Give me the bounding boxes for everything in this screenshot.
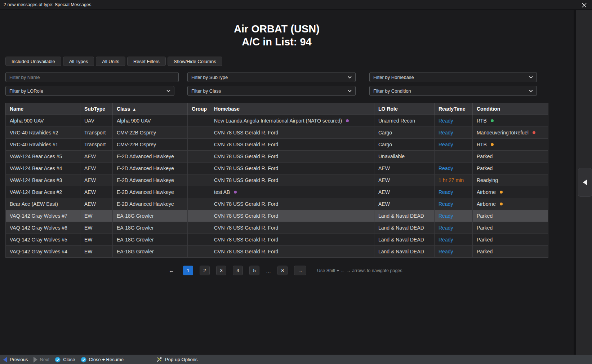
check-circle-icon bbox=[55, 357, 61, 363]
cell-ready-time: Ready bbox=[435, 127, 473, 139]
table-row[interactable]: VAQ-142 Gray Wolves #5EWEA-18G GrowlerCV… bbox=[6, 234, 548, 246]
page-button-1[interactable]: 1 bbox=[183, 266, 193, 275]
cell-ready-time: 1 hr 27 min bbox=[435, 174, 473, 186]
cell-name: VAW-124 Bear Aces #3 bbox=[6, 174, 80, 186]
filter-subtype-select[interactable]: Filter by SubType bbox=[187, 72, 356, 82]
filter-lorole-select[interactable]: Filter by LORole bbox=[5, 86, 174, 96]
table-row[interactable]: VAQ-142 Gray Wolves #7EWEA-18G GrowlerCV… bbox=[6, 210, 548, 222]
cell-name: VAQ-142 Gray Wolves #5 bbox=[6, 234, 80, 246]
table-row[interactable]: VAW-124 Bear Aces #4AEWE-2D Advanced Haw… bbox=[6, 163, 548, 174]
cell-ready-time: Ready bbox=[435, 222, 473, 234]
all-types-button[interactable]: All Types bbox=[63, 57, 94, 66]
page-button-5[interactable]: 5 bbox=[249, 266, 259, 275]
cell-subtype: Transport bbox=[80, 139, 113, 151]
table-row[interactable]: VAW-124 Bear Aces #2AEWE-2D Advanced Haw… bbox=[6, 186, 548, 198]
previous-button[interactable]: Previous bbox=[3, 357, 28, 363]
cell-class: E-2D Advanced Hawkeye bbox=[113, 151, 188, 163]
cell-class: E-2D Advanced Hawkeye bbox=[113, 198, 188, 210]
column-header-subtype[interactable]: SubType bbox=[80, 103, 113, 115]
table-row[interactable]: Alpha 900 UAVUAVAlpha 900 UAVNew Luanda … bbox=[6, 115, 548, 127]
cell-lo-role: AEW bbox=[374, 163, 435, 174]
filter-class-label: Filter by Class bbox=[191, 88, 221, 94]
close-label: Close bbox=[63, 357, 75, 362]
sort-ascending-icon: ▲ bbox=[132, 107, 136, 111]
cell-lo-role: AEW bbox=[374, 186, 435, 198]
purple-status-dot-icon bbox=[234, 191, 237, 194]
page-prev-arrow[interactable]: ← bbox=[166, 267, 177, 274]
pagination-hint: Use Shift + ← → arrows to navigate pages bbox=[317, 268, 402, 273]
cell-condition: Parked bbox=[473, 246, 548, 258]
page-button-2[interactable]: 2 bbox=[200, 266, 210, 275]
filter-name-input[interactable] bbox=[5, 72, 179, 82]
popup-options-button[interactable]: Pop-up Options bbox=[156, 356, 197, 363]
included-unavailable-button[interactable]: Included Unavailable bbox=[5, 57, 61, 66]
new-messages-notice[interactable]: 2 new messages of type: Special Messages bbox=[4, 2, 91, 7]
cell-subtype: EW bbox=[80, 222, 113, 234]
cell-ready-time: Ready bbox=[435, 234, 473, 246]
cell-group bbox=[188, 151, 210, 163]
page-title-line2: A/C in List: 94 bbox=[0, 35, 553, 48]
column-header-name[interactable]: Name bbox=[6, 103, 80, 115]
cell-condition: Airborne bbox=[473, 186, 548, 198]
page-next-button[interactable]: → bbox=[294, 266, 306, 275]
page-number-buttons: 12345 bbox=[183, 266, 259, 275]
cell-subtype: Transport bbox=[80, 127, 113, 139]
green-status-dot-icon bbox=[491, 119, 494, 122]
all-units-button[interactable]: All Units bbox=[96, 57, 125, 66]
cell-subtype: AEW bbox=[80, 186, 113, 198]
cell-name: VAW-124 Bear Aces #2 bbox=[6, 186, 80, 198]
column-header-class[interactable]: Class▲ bbox=[113, 103, 188, 115]
filter-class-select[interactable]: Filter by Class bbox=[187, 86, 356, 96]
toolbar: Included UnavailableAll TypesAll UnitsRe… bbox=[5, 57, 222, 66]
table-row[interactable]: VRC-40 Rawhides #2TransportCMV-22B Ospre… bbox=[6, 127, 548, 139]
page-button-4[interactable]: 4 bbox=[233, 266, 243, 275]
cell-name: VAQ-142 Gray Wolves #6 bbox=[6, 222, 80, 234]
filter-condition-select[interactable]: Filter by Condition bbox=[369, 86, 537, 96]
cell-homebase: CVN 78 USS Gerald R. Ford bbox=[210, 174, 374, 186]
cell-lo-role: Cargo bbox=[374, 139, 435, 151]
reset-filters-button[interactable]: Reset Filters bbox=[127, 57, 166, 66]
collapse-panel-button[interactable] bbox=[578, 168, 592, 197]
cell-group bbox=[188, 186, 210, 198]
close-resume-button[interactable]: Close + Resume bbox=[81, 357, 124, 363]
cell-ready-time: Ready bbox=[435, 115, 473, 127]
cell-lo-role: Land & Naval DEAD bbox=[374, 210, 435, 222]
cell-condition: Parked bbox=[473, 234, 548, 246]
filter-homebase-select[interactable]: Filter by Homebase bbox=[369, 72, 537, 82]
table-row[interactable]: VAW-124 Bear Aces #3AEWE-2D Advanced Haw… bbox=[6, 174, 548, 186]
column-header-condition[interactable]: Condition bbox=[473, 103, 548, 115]
table-row[interactable]: VAQ-142 Gray Wolves #6EWEA-18G GrowlerCV… bbox=[6, 222, 548, 234]
filter-lorole-label: Filter by LORole bbox=[9, 88, 43, 94]
cell-homebase: CVN 78 USS Gerald R. Ford bbox=[210, 198, 374, 210]
table-row[interactable]: Bear Ace (AEW East)AEWE-2D Advanced Hawk… bbox=[6, 198, 548, 210]
cell-condition: RTB bbox=[473, 139, 548, 151]
cell-class: EA-18G Growler bbox=[113, 234, 188, 246]
table-row[interactable]: VRC-40 Rawhides #1TransportCMV-22B Ospre… bbox=[6, 139, 548, 151]
cell-condition: Airborne bbox=[473, 198, 548, 210]
column-header-group[interactable]: Group bbox=[188, 103, 210, 115]
cell-name: Bear Ace (AEW East) bbox=[6, 198, 80, 210]
cell-group bbox=[188, 210, 210, 222]
page-button-last[interactable]: 8 bbox=[277, 266, 288, 275]
column-header-readytime[interactable]: ReadyTime bbox=[435, 103, 473, 115]
close-resume-label: Close + Resume bbox=[89, 357, 124, 362]
table-row[interactable]: VAW-124 Bear Aces #5AEWE-2D Advanced Haw… bbox=[6, 151, 548, 163]
cell-class: CMV-22B Osprey bbox=[113, 127, 188, 139]
cell-ready-time: Ready bbox=[435, 139, 473, 151]
next-button[interactable]: Next bbox=[34, 357, 50, 363]
page-button-3[interactable]: 3 bbox=[216, 266, 226, 275]
popup-options-tools-icon bbox=[156, 356, 163, 363]
show-hide-columns-button[interactable]: Show/Hide Columns bbox=[168, 57, 222, 66]
cell-group bbox=[188, 115, 210, 127]
orange-status-dot-icon bbox=[500, 203, 503, 205]
column-header-homebase[interactable]: Homebase bbox=[210, 103, 374, 115]
table-row[interactable]: VAQ-142 Gray Wolves #4EWEA-18G GrowlerCV… bbox=[6, 246, 548, 258]
column-header-lo-role[interactable]: LO Role bbox=[374, 103, 435, 115]
close-icon[interactable] bbox=[581, 2, 587, 8]
cell-homebase: CVN 78 USS Gerald R. Ford bbox=[210, 210, 374, 222]
orbat-table: NameSubTypeClass▲GroupHomebaseLO RoleRea… bbox=[5, 103, 548, 258]
cell-lo-role: Cargo bbox=[374, 127, 435, 139]
cell-name: VRC-40 Rawhides #2 bbox=[6, 127, 80, 139]
cell-ready-time: Ready bbox=[435, 198, 473, 210]
close-button[interactable]: Close bbox=[55, 357, 75, 363]
